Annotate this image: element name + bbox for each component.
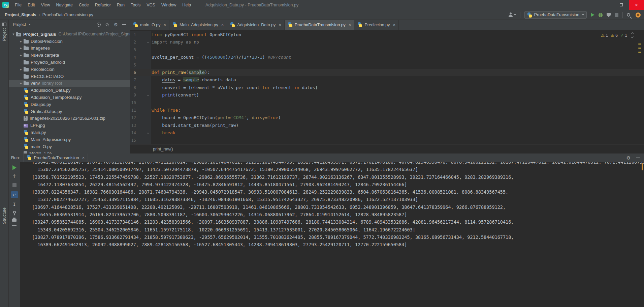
tree-item-model-1-h5[interactable]: Model_1.h5 xyxy=(9,150,130,154)
maximize-icon xyxy=(620,3,623,6)
menu-run[interactable]: Run xyxy=(114,0,128,10)
run-tab[interactable]: PruebaDataTransmision × xyxy=(23,154,88,162)
gear-icon[interactable]: ⚙ xyxy=(626,156,631,160)
line-number: 12 xyxy=(130,114,136,121)
tree-item-imagenes-20210826t234256z-001-zip[interactable]: Imagenes-20210826T234256Z-001.zip xyxy=(9,115,130,122)
run-button[interactable] xyxy=(591,13,594,17)
collapse-all-icon[interactable] xyxy=(105,23,109,27)
console-scrollbar-thumb[interactable] xyxy=(642,163,643,170)
menu-navigate[interactable]: Navigate xyxy=(53,0,76,10)
chevron-right-icon[interactable]: ▸ xyxy=(18,46,24,50)
project-toolwindow-button[interactable]: Project xyxy=(0,23,9,41)
chevron-right-icon[interactable]: ▸ xyxy=(18,53,24,57)
tree-item-main-adquisicion-py[interactable]: Main_Adquisicion.py xyxy=(9,136,130,143)
menu-window[interactable]: Window xyxy=(158,0,179,10)
tab-adquisicion-data-py[interactable]: Adquisicion_Data.py× xyxy=(227,20,285,30)
inspection-mark[interactable] xyxy=(638,52,641,53)
close-icon[interactable]: × xyxy=(82,155,85,160)
menu-refactor[interactable]: Refactor xyxy=(92,0,114,10)
stop-button[interactable] xyxy=(12,183,17,187)
print-icon[interactable] xyxy=(12,219,17,222)
tree-item-imagenes[interactable]: ▸Imagenes xyxy=(9,45,130,52)
pin-icon[interactable] xyxy=(13,211,16,214)
search-icon[interactable] xyxy=(627,13,630,17)
hide-run-panel-icon[interactable] xyxy=(636,158,640,158)
chevron-right-icon[interactable]: ▸ xyxy=(18,67,24,72)
breadcrumb-project[interactable]: Project_Signals xyxy=(5,12,36,17)
tab-main-adquisicion-py[interactable]: Main_Adquisicion.py× xyxy=(169,20,227,30)
maximize-button[interactable] xyxy=(614,0,629,10)
clear-console-icon[interactable] xyxy=(13,226,16,230)
tree-item-lpf-jpg[interactable]: LPF.jpg xyxy=(9,122,130,129)
tree-item-adquision-tiemporeal-py[interactable]: Adquision_TiempoReal.py xyxy=(9,94,130,101)
chevron-down-icon[interactable] xyxy=(631,35,634,38)
ide-status-icon[interactable] xyxy=(636,12,641,18)
menu-file[interactable]: File xyxy=(12,0,25,10)
ok-badge: ✓ 1 xyxy=(620,33,627,38)
breadcrumb-function[interactable]: print_raw() xyxy=(153,147,173,151)
tab-pruebadatatransmision-py[interactable]: PruebaDataTransmision.py× xyxy=(285,20,355,30)
tree-item-dibujos-py[interactable]: Dibujos.py xyxy=(9,101,130,108)
editor-gutter: 7 xyxy=(130,76,151,84)
editor-gutter: 11 xyxy=(130,107,151,114)
folder-icon xyxy=(24,40,29,44)
close-icon[interactable]: × xyxy=(393,22,396,27)
tree-item-datosprediccion[interactable]: ▸DatosPrediccion xyxy=(9,38,130,45)
soft-wrap-toggle[interactable]: ↩ xyxy=(11,191,18,198)
breadcrumb-separator-icon: › xyxy=(39,12,40,17)
tree-item-recoleccion[interactable]: ▸Recoleccion xyxy=(9,66,130,73)
rerun-button[interactable] xyxy=(12,165,17,170)
gear-icon[interactable]: ⚙ xyxy=(114,22,118,27)
tree-item-graficadatos-py[interactable]: GraficaDatos.py xyxy=(9,108,130,115)
run-config-select[interactable]: PruebaDataTransmision xyxy=(524,11,587,19)
tab-prediccion-py[interactable]: Prediccion.py× xyxy=(354,20,399,30)
menu-help[interactable]: Help xyxy=(179,0,194,10)
stop-button[interactable] xyxy=(615,13,618,17)
close-icon[interactable]: × xyxy=(221,22,224,27)
fold-icon[interactable] xyxy=(147,94,149,96)
tree-item-recolectado[interactable]: RECOLECTADO xyxy=(9,73,130,80)
scroll-to-end-icon[interactable]: ↧ xyxy=(12,202,17,207)
tree-item-main-py[interactable]: main.py xyxy=(9,129,130,136)
code-line: 13 board.start_stream(print_raw) xyxy=(130,122,644,129)
chevron-down-icon[interactable]: ▾ xyxy=(11,32,16,36)
editor-gutter: 2 xyxy=(130,38,151,46)
structure-toolwindow-button[interactable]: Structure xyxy=(0,207,9,224)
tree-item-nueva-carpeta[interactable]: ▸Nueva carpeta xyxy=(9,52,130,59)
tree-item-project-signals[interactable]: ▾Project_SignalsC:\Users\HP\Documents\Pr… xyxy=(9,31,130,38)
tree-item-proyecto-android[interactable]: Proyecto_android xyxy=(9,59,130,66)
close-icon[interactable]: × xyxy=(349,22,351,27)
menu-view[interactable]: View xyxy=(38,0,53,10)
console[interactable]: [30641.48761528147, 17071.70761527614, 2… xyxy=(20,162,644,307)
tree-item-main-o-py[interactable]: main_O.py xyxy=(9,143,130,150)
fold-icon[interactable] xyxy=(147,41,149,43)
menu-edit[interactable]: Edit xyxy=(25,0,38,10)
up-arrow-icon[interactable]: ↑ xyxy=(12,174,17,179)
menu-code[interactable]: Code xyxy=(76,0,92,10)
coverage-button[interactable] xyxy=(607,13,611,17)
close-button[interactable]: × xyxy=(629,0,644,10)
tree-item-adquisicion-data-py[interactable]: Adquisicion_Data.py xyxy=(9,87,130,94)
debug-button[interactable] xyxy=(599,13,603,17)
hide-panel-icon[interactable] xyxy=(122,24,126,25)
chevron-right-icon[interactable]: ▸ xyxy=(18,81,24,85)
locate-file-icon[interactable] xyxy=(97,23,101,27)
user-menu[interactable] xyxy=(508,12,516,18)
menu-tools[interactable]: Tools xyxy=(128,0,143,10)
fold-icon[interactable] xyxy=(147,132,149,134)
close-icon[interactable]: × xyxy=(279,22,281,27)
inspections-widget[interactable]: ⚠ 1 ⚠ 6 ✓ 1 xyxy=(600,32,635,38)
close-icon[interactable]: × xyxy=(163,22,166,27)
chevron-up-icon[interactable] xyxy=(631,32,634,35)
minimize-button[interactable] xyxy=(599,0,614,10)
project-panel-toolbar: ⚙ xyxy=(97,22,126,27)
inspection-mark[interactable] xyxy=(638,48,641,49)
tab-main-o-py[interactable]: main_O.py× xyxy=(130,20,169,30)
tree-item-venv[interactable]: ▸venvlibrary root xyxy=(9,80,130,87)
project-panel-title[interactable]: Project xyxy=(13,22,26,27)
chevron-right-icon[interactable]: ▸ xyxy=(18,39,24,44)
inspection-mark[interactable] xyxy=(638,44,641,45)
menu-vcs[interactable]: VCS xyxy=(143,0,158,10)
code-editor[interactable]: 1from pyOpenBCI import OpenBCICyton2impo… xyxy=(130,30,644,144)
breadcrumb-file[interactable]: PruebaDataTransmision.py xyxy=(42,12,93,17)
